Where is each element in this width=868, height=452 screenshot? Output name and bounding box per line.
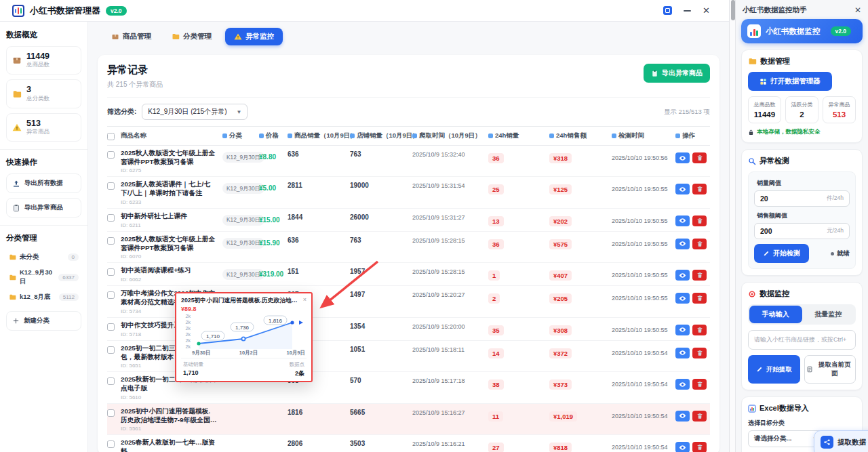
category-item-k12-sep30[interactable]: K12_9月30日 6337 bbox=[6, 265, 81, 289]
export-all-data-button[interactable]: 导出所有数据 bbox=[6, 173, 81, 193]
minimize-icon[interactable] bbox=[684, 10, 691, 12]
view-button[interactable] bbox=[675, 215, 690, 226]
new-category-button[interactable]: 新建分类 bbox=[6, 311, 81, 331]
product-name[interactable]: 2025初中小四门速用答题模板.历史政治地理生物7-9年级全国通用 bbox=[121, 407, 222, 424]
tab-batch-monitor[interactable]: 批量监控 bbox=[802, 306, 855, 323]
view-button[interactable] bbox=[675, 348, 690, 358]
assistant-title: 小红书数据监控助手 bbox=[743, 5, 807, 15]
excel-heading: Excel数据导入 bbox=[760, 403, 809, 413]
row-checkbox[interactable] bbox=[107, 151, 115, 159]
assistant-close-icon[interactable]: ✕ bbox=[854, 6, 861, 14]
shop-sales: 3503 bbox=[350, 438, 412, 447]
column-sort-icon[interactable] bbox=[612, 133, 616, 138]
export-abnormal-products-button[interactable]: 导出异常商品 bbox=[644, 64, 710, 83]
delete-button[interactable] bbox=[692, 270, 707, 281]
view-button[interactable] bbox=[675, 293, 690, 304]
open-data-manager-button[interactable]: 打开数据管理器 bbox=[748, 72, 832, 91]
delete-button[interactable] bbox=[692, 184, 707, 194]
product-name[interactable]: 2025新人教英语课件｜七上/七下/八上｜单课时拍下请备注 bbox=[121, 180, 222, 197]
category-item-uncategorized[interactable]: 未分类 0 bbox=[6, 249, 81, 265]
column-sort-icon[interactable] bbox=[259, 133, 264, 138]
stat-label: 异常商品 bbox=[825, 101, 854, 108]
tab-abnormal-monitor[interactable]: 异常监控 bbox=[225, 28, 283, 45]
delete-button[interactable] bbox=[692, 293, 707, 304]
col-crawl-time[interactable]: 爬取时间（10月9日） bbox=[419, 131, 481, 140]
row-checkbox[interactable] bbox=[107, 377, 115, 385]
view-button[interactable] bbox=[675, 411, 690, 422]
select-all-checkbox[interactable] bbox=[107, 133, 115, 140]
delete-button[interactable] bbox=[692, 152, 707, 163]
row-checkbox[interactable] bbox=[107, 346, 115, 354]
chevron-down-icon: ▼ bbox=[237, 109, 242, 115]
tab-category-management[interactable]: 分类管理 bbox=[165, 28, 218, 45]
view-button[interactable] bbox=[675, 379, 690, 390]
delete-button[interactable] bbox=[692, 325, 707, 335]
delete-button[interactable] bbox=[692, 379, 707, 390]
view-button[interactable] bbox=[675, 325, 690, 335]
view-button[interactable] bbox=[675, 239, 690, 249]
view-button[interactable] bbox=[675, 442, 690, 452]
start-detection-button[interactable]: 开始检测 bbox=[754, 244, 809, 263]
product-name[interactable]: 2025春新人教版初一七年…版资料 bbox=[121, 438, 222, 452]
view-button[interactable] bbox=[675, 152, 690, 163]
col-detect-time[interactable]: 检测时间 bbox=[618, 131, 644, 140]
category-filter-select[interactable]: K12_9月30日 (215个异常) ▼ bbox=[142, 104, 248, 120]
scrollbar-thumb[interactable] bbox=[731, 0, 735, 20]
col-shop-sales[interactable]: 店铺销量（10月9日） bbox=[357, 131, 419, 140]
row-checkbox[interactable] bbox=[107, 409, 115, 417]
row-checkbox[interactable] bbox=[107, 268, 115, 276]
tab-product-management[interactable]: 商品管理 bbox=[104, 28, 158, 45]
column-sort-icon[interactable] bbox=[350, 133, 355, 138]
category-item-k12-aug[interactable]: k12_8月底 5112 bbox=[6, 289, 81, 305]
sales-threshold-input[interactable]: 20 件/24h bbox=[754, 190, 850, 207]
close-window-icon[interactable]: ✕ bbox=[703, 6, 710, 15]
sales-24h-badge: 11 bbox=[488, 411, 503, 422]
row-checkbox[interactable] bbox=[107, 214, 115, 222]
row-checkbox[interactable] bbox=[107, 440, 115, 448]
product-name[interactable]: 初中新外研社七上课件 bbox=[121, 212, 222, 221]
column-sort-icon[interactable] bbox=[675, 133, 680, 138]
product-link-input[interactable]: 请输入小红书商品链接，或按Ctrl+ bbox=[748, 330, 856, 350]
pin-window-icon[interactable] bbox=[663, 6, 672, 15]
revenue-threshold-input[interactable]: 200 元/24h bbox=[754, 223, 850, 239]
col-category[interactable]: 分类 bbox=[229, 131, 242, 140]
product-name[interactable]: 2025秋人教版语文七年级上册全套课件PPT教案预习备课 bbox=[121, 149, 222, 166]
product-name[interactable]: 2025秋人教版语文七年级上册全套课件PPT教案预习备课 bbox=[121, 235, 222, 252]
page-scrollbar[interactable] bbox=[730, 0, 736, 452]
extract-current-page-button[interactable]: 提取当前页面 bbox=[804, 355, 856, 384]
delete-button[interactable] bbox=[692, 348, 707, 358]
row-checkbox[interactable] bbox=[107, 237, 115, 245]
delete-button[interactable] bbox=[692, 442, 707, 452]
delete-button[interactable] bbox=[692, 411, 707, 422]
column-sort-icon[interactable] bbox=[488, 133, 493, 138]
target-category-select[interactable]: 请选择分类... ▼ bbox=[748, 430, 824, 447]
assistant-banner[interactable]: 小红书数据监控 v2.0 bbox=[741, 19, 863, 43]
revenue-24h-badge: ¥818 bbox=[549, 443, 572, 452]
col-24h-revenue[interactable]: 24h销售额 bbox=[556, 131, 587, 140]
row-checkbox[interactable] bbox=[107, 291, 115, 299]
view-button[interactable] bbox=[675, 270, 690, 281]
col-actions[interactable]: 操作 bbox=[682, 131, 695, 140]
col-24h-sales[interactable]: 24h销量 bbox=[495, 131, 519, 140]
view-button[interactable] bbox=[675, 184, 690, 194]
column-sort-icon[interactable] bbox=[222, 133, 227, 138]
col-product-sales[interactable]: 商品销量（10月9日） bbox=[294, 131, 357, 140]
window-controls: ✕ bbox=[663, 6, 710, 15]
floating-extract-button[interactable]: 提取数据 bbox=[814, 430, 868, 452]
column-sort-icon[interactable] bbox=[412, 133, 417, 138]
start-extract-button[interactable]: 开始提取 bbox=[748, 355, 800, 384]
shop-sales: 5665 bbox=[350, 407, 412, 416]
column-sort-icon[interactable] bbox=[549, 133, 554, 138]
delete-button[interactable] bbox=[692, 239, 707, 249]
delete-button[interactable] bbox=[692, 215, 707, 226]
column-sort-icon[interactable] bbox=[288, 133, 292, 138]
popup-close-icon[interactable]: × bbox=[303, 297, 307, 303]
col-product-name[interactable]: 商品名称 bbox=[121, 131, 146, 140]
export-abnormal-button[interactable]: 导出异常商品 bbox=[6, 198, 81, 218]
row-checkbox[interactable] bbox=[107, 323, 115, 331]
sales-24h-badge: 27 bbox=[488, 443, 504, 452]
product-name[interactable]: 初中英语阅读课程+练习 bbox=[121, 266, 222, 275]
col-price[interactable]: 价格 bbox=[266, 131, 279, 140]
row-checkbox[interactable] bbox=[107, 182, 115, 190]
tab-manual-input[interactable]: 手动输入 bbox=[749, 306, 802, 323]
